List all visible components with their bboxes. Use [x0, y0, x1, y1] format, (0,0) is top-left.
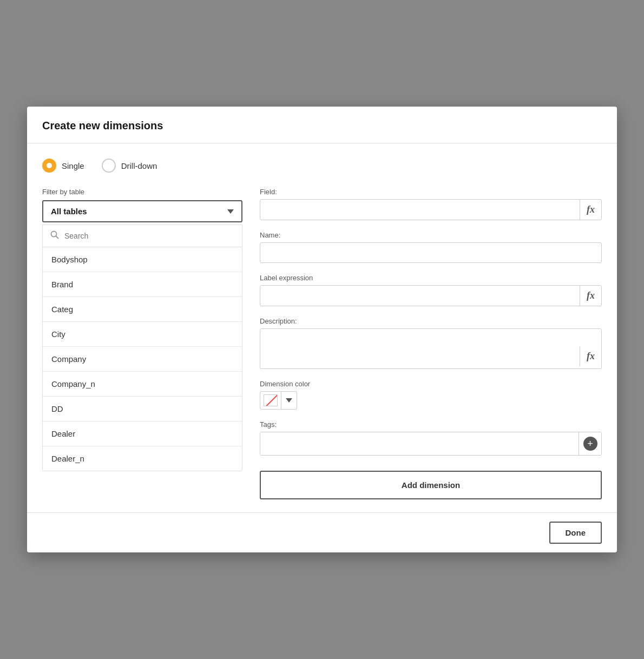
field-input-wrap: fx: [260, 199, 602, 220]
description-input-wrap: fx: [260, 328, 602, 369]
modal-footer: Done: [27, 512, 617, 552]
single-radio-option[interactable]: Single: [42, 159, 84, 173]
field-group: Field: fx: [260, 188, 602, 220]
list-item[interactable]: Bodyshop: [43, 247, 242, 272]
label-expression-label: Label expression: [260, 274, 602, 282]
tags-input-wrap: +: [260, 432, 602, 456]
left-column: Filter by table All tables Bodys: [42, 188, 242, 499]
no-color-icon: [264, 395, 277, 406]
list-item[interactable]: Dealer: [43, 421, 242, 446]
color-chevron-icon: [286, 398, 292, 403]
list-item[interactable]: Dealer_n: [43, 446, 242, 471]
plus-icon: +: [583, 437, 597, 451]
name-group: Name:: [260, 231, 602, 263]
add-dimension-button[interactable]: Add dimension: [260, 471, 602, 499]
tags-group: Tags: +: [260, 420, 602, 456]
create-dimensions-modal: Create new dimensions Single Drill-down …: [27, 107, 617, 552]
field-label: Field:: [260, 188, 602, 196]
list-item[interactable]: DD: [43, 397, 242, 421]
radio-group: Single Drill-down: [42, 159, 602, 173]
modal-body: Single Drill-down Filter by table All ta…: [27, 143, 617, 512]
label-expression-input-wrap: fx: [260, 285, 602, 306]
description-fx-button[interactable]: fx: [580, 346, 601, 366]
modal-header: Create new dimensions: [27, 107, 617, 143]
search-icon: [50, 230, 59, 241]
drilldown-radio-option[interactable]: Drill-down: [102, 159, 157, 173]
single-radio-button[interactable]: [42, 159, 56, 173]
label-expression-group: Label expression fx: [260, 274, 602, 306]
list-item[interactable]: City: [43, 322, 242, 347]
drilldown-radio-label: Drill-down: [121, 161, 157, 170]
tags-input[interactable]: [260, 432, 579, 455]
label-expression-fx-button[interactable]: fx: [580, 286, 601, 306]
chevron-down-icon: [227, 209, 234, 214]
list-item[interactable]: Company: [43, 347, 242, 372]
dimension-color-group: Dimension color: [260, 380, 602, 410]
svg-line-1: [56, 236, 58, 239]
name-input-wrap: [260, 242, 602, 263]
description-label: Description:: [260, 317, 602, 325]
list-item[interactable]: Company_n: [43, 372, 242, 397]
right-column: Field: fx Name: Label expression: [260, 188, 602, 499]
table-select-value: All tables: [51, 207, 87, 216]
color-swatch-inner: [264, 394, 278, 406]
tags-add-button[interactable]: +: [579, 432, 601, 455]
single-radio-label: Single: [62, 161, 84, 170]
description-input[interactable]: [260, 329, 580, 368]
table-filter-dropdown[interactable]: All tables: [42, 200, 242, 222]
label-expression-input[interactable]: [260, 286, 580, 306]
field-input[interactable]: [260, 200, 580, 220]
search-box: [42, 225, 242, 247]
done-button[interactable]: Done: [549, 522, 602, 544]
name-input[interactable]: [260, 243, 601, 262]
color-picker-wrap: [260, 391, 602, 410]
list-item[interactable]: Categ: [43, 297, 242, 322]
filter-label: Filter by table: [42, 188, 242, 196]
two-column-layout: Filter by table All tables Bodys: [42, 188, 602, 499]
modal-title: Create new dimensions: [42, 120, 602, 132]
name-label: Name:: [260, 231, 602, 239]
field-fx-button[interactable]: fx: [580, 200, 601, 220]
list-item[interactable]: Brand: [43, 272, 242, 297]
dimension-color-label: Dimension color: [260, 380, 602, 388]
description-group: Description: fx: [260, 317, 602, 369]
color-dropdown-button[interactable]: [281, 391, 297, 410]
search-input[interactable]: [64, 232, 234, 240]
color-swatch[interactable]: [260, 391, 281, 410]
dimension-list: Bodyshop Brand Categ City Company Compan…: [42, 247, 242, 471]
drilldown-radio-button[interactable]: [102, 159, 116, 173]
tags-label: Tags:: [260, 420, 602, 429]
